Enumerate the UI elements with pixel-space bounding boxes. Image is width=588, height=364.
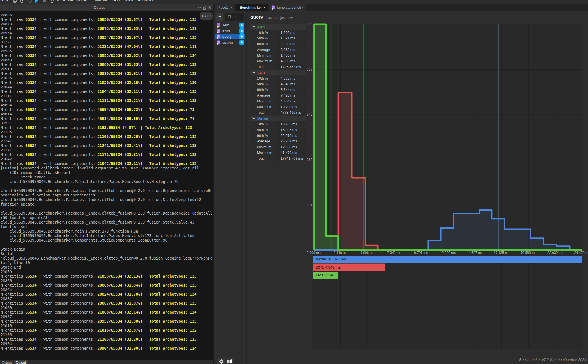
close-tab-icon[interactable]: × — [301, 4, 304, 11]
ribbon-tab-home[interactable]: HOME — [63, 0, 73, 4]
console-line: 3193 — [1, 121, 213, 126]
console-line: N entities 65534 | with common component… — [1, 53, 213, 58]
benchmark-item-spawn[interactable]: spawn — [215, 40, 245, 45]
stat-label: Total — [257, 110, 264, 115]
y-tick-label: 545 — [307, 113, 312, 117]
dropdown-caret-icon[interactable] — [56, 0, 60, 4]
run-benchmark-button[interactable] — [239, 40, 244, 45]
close-tab-icon[interactable]: × — [230, 4, 232, 11]
ribbon-tab-avatar[interactable]: AVATAR — [95, 0, 108, 4]
doc-tab-benchmarker[interactable]: Benchmarker× — [236, 4, 268, 11]
filter-input[interactable]: Filter — [225, 13, 244, 21]
ribbon-tab-model[interactable]: MODEL — [76, 0, 88, 4]
range-bar-ecr[interactable]: ECR: 4.548 ms — [313, 264, 385, 271]
play-icon[interactable] — [34, 0, 39, 4]
stat-row-ecr-total: Total4778.496 ms — [250, 110, 306, 115]
stats-section-name: Jecs — [257, 24, 265, 30]
x-tick-label: 2.448 ms — [334, 251, 347, 255]
x-tick-label: 17.135 ms — [494, 251, 509, 255]
console-line: function update — [1, 202, 213, 207]
stop-icon[interactable] — [43, 0, 47, 4]
stat-label: Average — [257, 93, 270, 98]
console-line: cloud_5853950046.Benchmarker.Main.Runner… — [1, 229, 213, 234]
stats-section-header-matter[interactable]: Matter — [250, 116, 306, 121]
stat-row-matter-minimum: Minimum12.050 ms — [250, 145, 306, 150]
stat-label: 90th % — [257, 133, 268, 139]
console-line: N entities 65534 | with common component… — [1, 44, 213, 49]
benchmark-item-inser[interactable]: inser... — [215, 28, 245, 34]
stats-section-header-jecs[interactable]: Jecs — [250, 24, 306, 30]
stat-value: 26.764 ms — [281, 139, 297, 144]
benchmark-item-tem[interactable]: Tem... — [215, 23, 245, 28]
menu-file[interactable]: FILE — [1, 0, 9, 4]
stat-value: 1.591 ms — [281, 36, 295, 41]
doc-tab-label: Benchmarker — [240, 4, 262, 11]
console-line: 20860 — [1, 58, 213, 62]
stat-label: 50th % — [257, 82, 268, 87]
console-line: cloud_5853950046.Benchmarker.Packages._I… — [1, 220, 213, 225]
undo-icon[interactable] — [50, 0, 55, 4]
stat-label: Total — [257, 156, 264, 161]
stat-row-ecr-90th: 90th %5.644 ms — [250, 87, 306, 93]
run-benchmark-button[interactable] — [239, 34, 244, 39]
x-tick-label: 14.687 ms — [467, 251, 482, 255]
stat-value: 4778.496 ms — [281, 110, 301, 115]
stat-value: 3.063 ms — [281, 47, 295, 53]
stat-value: 1726.163 ms — [281, 64, 301, 70]
run-benchmark-button[interactable] — [239, 23, 244, 28]
console-line: (ID: computedCallbackError) — [1, 171, 213, 175]
stat-value: 13.795 ms — [281, 122, 297, 127]
console-line: cloud_5853950046.Benchmarker.Components.… — [1, 238, 213, 243]
panel-close-icon[interactable] — [207, 4, 212, 11]
console-line: N entities 65534 | with common component… — [1, 62, 213, 67]
stat-value: 22.070 ms — [281, 133, 297, 139]
ribbon-tab-view[interactable]: VIEW — [125, 0, 134, 4]
x-tick-label: 4.896 ms — [360, 251, 374, 255]
stat-value: 10.798 ms — [281, 104, 297, 110]
output-dock-tab[interactable]: Output — [0, 360, 13, 364]
add-benchmark-button[interactable]: + — [216, 13, 223, 21]
histogram-chart[interactable]: 9097275453631810.000 ms2.448 ms4.896 ms7… — [306, 11, 588, 364]
run-benchmark-button[interactable] — [239, 28, 244, 34]
console-line: function set — [1, 225, 213, 229]
console-line: 'cloud_5853950046.Benchmarker.Packages._… — [1, 256, 213, 261]
console-line: 21111 — [1, 94, 213, 99]
x-tick-label: 9.791 ms — [414, 251, 428, 255]
range-bar-matter[interactable]: Matter: 16.896 ms — [313, 256, 582, 263]
doc-tab-templatebench[interactable]: Template.bench× — [269, 4, 306, 11]
stat-row-jecs-total: Total1726.163 ms — [250, 64, 306, 70]
close-tab-icon[interactable]: × — [263, 4, 266, 11]
stat-row-ecr-minimum: Minimum4.054 ms — [250, 99, 306, 104]
open-book-icon — [227, 359, 232, 364]
ribbon-tab-plugins[interactable]: PLUGINS — [138, 0, 153, 4]
console-line: 20910 — [1, 67, 213, 72]
console-line: tal', Line 30 — [1, 261, 213, 265]
stat-row-matter-total: Total17741.709 ms — [250, 156, 306, 161]
panel-undock-icon[interactable] — [202, 4, 207, 11]
console-line: 20887 — [1, 297, 213, 301]
console-line: N entities 65534 | with common component… — [1, 144, 213, 148]
stat-value: 1.436 ms — [281, 53, 295, 58]
console-line: 21241 — [1, 139, 213, 144]
console-line: N entities 65534 | with common component… — [1, 90, 213, 94]
stat-label: 10th % — [257, 76, 268, 81]
panel-chevron-down-icon[interactable] — [197, 4, 202, 11]
output-dock-tab[interactable]: Output — [14, 360, 28, 364]
doc-tab-place1[interactable]: Place1× — [215, 4, 234, 11]
output-console[interactable]: 20886N entities 65534 | with common comp… — [0, 11, 213, 360]
console-line: ---- Stack trace ---- — [1, 175, 213, 180]
clear-button[interactable]: Clear — [200, 12, 213, 20]
publish-icon[interactable] — [20, 0, 24, 4]
benchmark-item-label: spawn — [222, 40, 233, 45]
stat-row-matter-10th: 10th %13.795 ms — [250, 122, 306, 127]
range-bar-jecs[interactable]: Jecs: 1.591... — [313, 272, 338, 279]
stat-value: 12.050 ms — [281, 145, 297, 150]
redo-icon[interactable] — [28, 0, 32, 4]
settings-button[interactable] — [217, 358, 225, 364]
stats-section-header-ecr[interactable]: ECR — [250, 70, 306, 75]
save-icon[interactable] — [12, 0, 17, 4]
docs-button[interactable] — [226, 358, 234, 364]
console-line: N entities 65534 | with common component… — [1, 17, 213, 22]
ribbon-tab-test[interactable]: TEST — [112, 0, 120, 4]
benchmark-item-query[interactable]: query — [215, 34, 245, 39]
